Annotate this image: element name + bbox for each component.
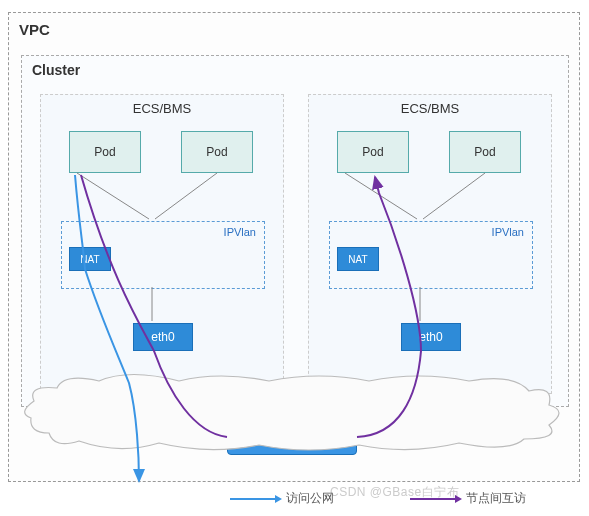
ipvlan-left-label: IPVlan xyxy=(224,226,256,238)
ipvlan-right-label: IPVlan xyxy=(492,226,524,238)
eth-right: eth0 xyxy=(401,323,461,351)
eth-left: eth0 xyxy=(133,323,193,351)
node-right: ECS/BMS Pod Pod IPVlan NAT eth0 xyxy=(308,94,552,394)
legend: 访问公网 节点间互访 xyxy=(0,490,589,512)
legend-internode: 节点间互访 xyxy=(410,490,526,507)
nat-left: NAT xyxy=(69,247,111,271)
legend-public-label: 访问公网 xyxy=(286,490,334,507)
legend-internode-label: 节点间互访 xyxy=(466,490,526,507)
cluster-container: Cluster ECS/BMS Pod Pod IPVlan NAT eth0 … xyxy=(21,55,569,407)
cluster-label: Cluster xyxy=(32,62,80,78)
legend-line-blue xyxy=(230,498,280,500)
legend-line-purple xyxy=(410,498,460,500)
vpc-container: VPC Cluster ECS/BMS Pod Pod IPVlan NAT e… xyxy=(8,12,580,482)
node-right-label: ECS/BMS xyxy=(309,101,551,116)
node-left-label: ECS/BMS xyxy=(41,101,283,116)
pod-right-2: Pod xyxy=(449,131,521,173)
node-left: ECS/BMS Pod Pod IPVlan NAT eth0 xyxy=(40,94,284,394)
pod-left-2: Pod xyxy=(181,131,253,173)
pod-right-1: Pod xyxy=(337,131,409,173)
vpc-router: VPC Router xyxy=(227,421,357,455)
legend-public: 访问公网 xyxy=(230,490,334,507)
nat-right: NAT xyxy=(337,247,379,271)
vpc-label: VPC xyxy=(19,21,50,38)
pod-left-1: Pod xyxy=(69,131,141,173)
